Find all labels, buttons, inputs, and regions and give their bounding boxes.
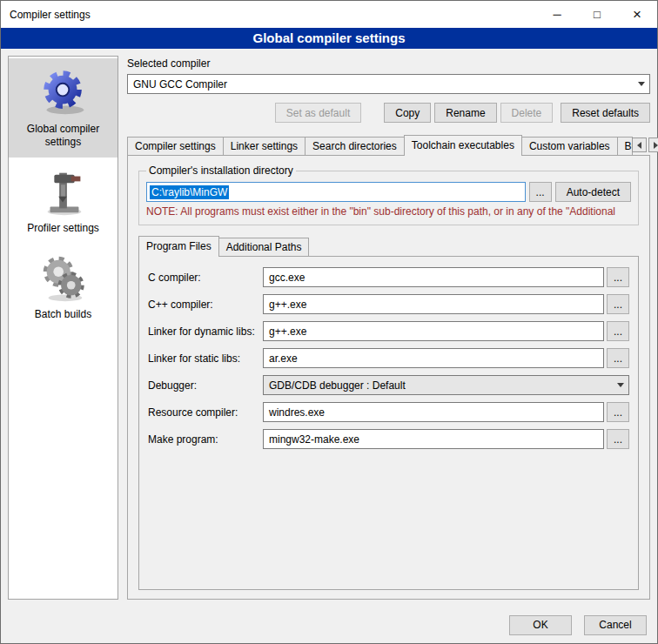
c-compiler-browse-button[interactable]: ... [607, 267, 629, 287]
field-row-static-linker: Linker for static libs: ar.exe ... [148, 348, 629, 368]
dynamic-linker-input[interactable]: g++.exe [263, 321, 604, 341]
tab-scrollers [632, 138, 658, 155]
bin-subdirectory-note: NOTE: All programs must exist either in … [146, 205, 631, 218]
tab-additional-paths[interactable]: Additional Paths [218, 238, 310, 256]
title-bar: Compiler settings ─ □ × [1, 1, 657, 28]
toolchain-executables-panel: Compiler's installation directory C:\ray… [127, 155, 650, 600]
cpp-compiler-value: g++.exe [269, 299, 306, 311]
gray-gears-icon [37, 251, 91, 305]
auto-detect-button[interactable]: Auto-detect [555, 182, 631, 202]
field-label: Linker for static libs: [148, 352, 263, 365]
program-files-panel: C compiler: gcc.exe ... C++ compiler: g+… [138, 256, 639, 590]
sidebar-item-profiler-settings[interactable]: Profiler settings [9, 158, 118, 244]
settings-sidebar: Global compiler settings Profiler settin… [8, 56, 118, 600]
compiler-settings-window: Compiler settings ─ □ × Global compiler … [0, 0, 658, 644]
resource-compiler-input[interactable]: windres.exe [263, 402, 604, 422]
static-linker-input[interactable]: ar.exe [263, 348, 604, 368]
c-compiler-input[interactable]: gcc.exe [263, 267, 604, 287]
ok-button[interactable]: OK [509, 615, 572, 635]
tab-build-options[interactable]: Buil [617, 137, 633, 155]
sidebar-item-batch-builds[interactable]: Batch builds [9, 244, 118, 330]
field-row-make-program: Make program: mingw32-make.exe ... [148, 429, 629, 449]
static-linker-browse-button[interactable]: ... [607, 348, 629, 368]
installation-directory-group: Compiler's installation directory C:\ray… [138, 164, 639, 225]
selected-compiler-label: Selected compiler [127, 57, 650, 70]
field-row-cpp-compiler: C++ compiler: g++.exe ... [148, 294, 629, 314]
dynamic-linker-browse-button[interactable]: ... [607, 321, 629, 341]
tab-toolchain-executables[interactable]: Toolchain executables [404, 135, 522, 156]
compiler-select[interactable]: GNU GCC Compiler [127, 74, 650, 94]
reset-defaults-button[interactable]: Reset defaults [561, 103, 650, 123]
tab-search-directories[interactable]: Search directories [305, 137, 405, 155]
installation-directory-value: C:\raylib\MinGW [150, 185, 229, 199]
cpp-compiler-browse-button[interactable]: ... [607, 294, 629, 314]
resource-compiler-browse-button[interactable]: ... [607, 402, 629, 422]
cpp-compiler-input[interactable]: g++.exe [263, 294, 604, 314]
main-panel: Selected compiler GNU GCC Compiler Set a… [127, 56, 650, 600]
right-arrow-icon [654, 142, 658, 149]
chevron-down-icon [613, 376, 628, 394]
dialog-footer: OK Cancel [1, 607, 657, 643]
rename-button[interactable]: Rename [434, 103, 496, 123]
program-tabs: Program Files Additional Paths [138, 236, 639, 256]
left-arrow-icon [637, 142, 641, 149]
field-label: Make program: [148, 433, 263, 446]
sidebar-item-global-compiler-settings[interactable]: Global compiler settings [9, 58, 118, 158]
minimize-button[interactable]: ─ [537, 1, 577, 28]
field-row-resource-compiler: Resource compiler: windres.exe ... [148, 402, 629, 422]
field-row-c-compiler: C compiler: gcc.exe ... [148, 267, 629, 287]
dynamic-linker-value: g++.exe [269, 325, 306, 338]
c-compiler-value: gcc.exe [269, 272, 305, 284]
debugger-select[interactable]: GDB/CDB debugger : Default [263, 375, 629, 395]
tab-custom-variables[interactable]: Custom variables [521, 137, 618, 155]
resource-compiler-value: windres.exe [269, 406, 325, 419]
settings-tabs: Compiler settings Linker settings Search… [127, 135, 650, 155]
static-linker-value: ar.exe [269, 352, 298, 365]
installation-directory-legend: Compiler's installation directory [146, 164, 296, 177]
tab-linker-settings[interactable]: Linker settings [223, 137, 306, 155]
sidebar-item-label: Profiler settings [11, 222, 115, 235]
sidebar-item-label: Global compiler settings [11, 123, 115, 149]
window-controls: ─ □ × [537, 1, 657, 28]
dialog-header: Global compiler settings [1, 28, 657, 49]
copy-button[interactable]: Copy [384, 103, 431, 123]
set-as-default-button[interactable]: Set as default [275, 103, 361, 123]
make-program-input[interactable]: mingw32-make.exe [263, 429, 604, 449]
tab-compiler-settings[interactable]: Compiler settings [127, 137, 224, 155]
tab-program-files[interactable]: Program Files [138, 236, 219, 257]
dialog-body: Global compiler settings Profiler settin… [1, 49, 657, 607]
tab-scroll-right-button[interactable] [648, 138, 658, 152]
field-label: Linker for dynamic libs: [148, 325, 263, 338]
profiler-tool-icon [37, 164, 91, 218]
window-title: Compiler settings [1, 9, 91, 21]
close-button[interactable]: × [617, 1, 657, 28]
debugger-value: GDB/CDB debugger : Default [269, 379, 406, 392]
tab-scroll-left-button[interactable] [632, 138, 647, 152]
field-label: C++ compiler: [148, 299, 263, 311]
blue-gear-icon [37, 65, 91, 119]
chevron-down-icon [634, 75, 649, 93]
field-label: Debugger: [148, 379, 263, 392]
sidebar-item-label: Batch builds [11, 308, 115, 321]
compiler-select-value: GNU GCC Compiler [133, 78, 227, 91]
make-program-browse-button[interactable]: ... [607, 429, 629, 449]
make-program-value: mingw32-make.exe [269, 433, 359, 446]
field-label: C compiler: [148, 272, 263, 284]
field-label: Resource compiler: [148, 406, 263, 419]
delete-button[interactable]: Delete [500, 103, 554, 123]
installation-directory-input[interactable]: C:\raylib\MinGW [146, 182, 526, 202]
field-row-dynamic-linker: Linker for dynamic libs: g++.exe ... [148, 321, 629, 341]
field-row-debugger: Debugger: GDB/CDB debugger : Default [148, 375, 629, 395]
cancel-button[interactable]: Cancel [584, 615, 647, 635]
maximize-button[interactable]: □ [577, 1, 617, 28]
compiler-actions: Set as default Copy Rename Delete Reset … [127, 103, 650, 123]
installation-directory-browse-button[interactable]: ... [529, 182, 552, 202]
